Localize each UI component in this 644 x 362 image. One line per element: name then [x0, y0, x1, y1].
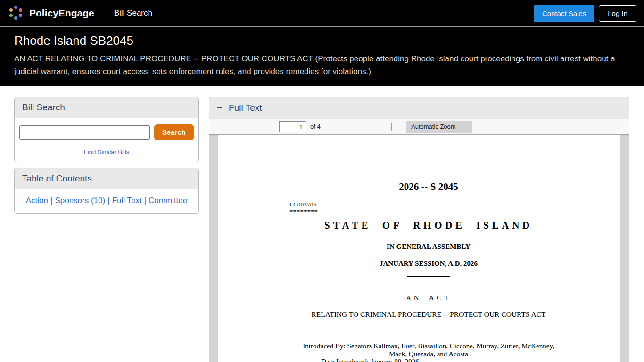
toolbar-separator	[267, 123, 267, 131]
bill-description: AN ACT RELATING TO CRIMINAL PROCEDURE --…	[14, 52, 630, 78]
toc-separator: |	[107, 196, 109, 205]
doc-lc-stamp: ======== LC003706 ========	[289, 195, 318, 214]
toc-separator: |	[50, 196, 52, 205]
doc-date-introduced: Date Introduced: January 09, 2026	[321, 358, 419, 362]
top-nav: PolicyEngage Bill Search Contact Sales L…	[0, 0, 644, 27]
page-number-input[interactable]	[279, 121, 306, 132]
full-text-panel: − Full Text of 4 Automatic Zoom 2026 -- …	[209, 97, 629, 362]
toc-link-committee[interactable]: Committee	[149, 196, 187, 205]
doc-introduced-by-names-2: Mack, Quezada, and Acosta	[389, 350, 468, 358]
table-of-contents-card: Table of Contents Action|Sponsors (10)|F…	[14, 168, 199, 214]
brand-title: PolicyEngage	[29, 8, 94, 19]
bill-hero: Rhode Island SB2045 AN ACT RELATING TO C…	[0, 27, 644, 86]
policyengage-logo-icon	[8, 5, 25, 22]
pdf-viewer-area: 2026 -- S 2045 ======== LC003706 =======…	[209, 135, 629, 362]
doc-session-heading: JANUARY SESSION, A.D. 2026	[237, 260, 620, 268]
bill-search-input[interactable]	[19, 125, 150, 140]
toolbar-separator	[391, 123, 392, 131]
toolbar-separator	[614, 123, 614, 131]
doc-introduced-by-names: Senators Kallman, Euer, Bissaillon, Cicc…	[347, 342, 554, 350]
search-button[interactable]: Search	[154, 124, 194, 140]
page-count-label: of 4	[310, 119, 321, 134]
toolbar-separator	[584, 123, 584, 131]
pdf-toolbar: of 4 Automatic Zoom	[209, 119, 629, 135]
toc-link-full-text[interactable]: Full Text	[112, 196, 142, 205]
nav-item-bill-search[interactable]: Bill Search	[114, 8, 152, 18]
bill-search-card-title: Bill Search	[15, 97, 198, 118]
doc-state-heading: STATE OF RHODE ISLAND	[237, 220, 620, 231]
doc-stamp-line: ========	[289, 208, 318, 214]
collapse-icon[interactable]: −	[217, 103, 222, 113]
pdf-document-page: 2026 -- S 2045 ======== LC003706 =======…	[218, 135, 620, 362]
doc-an-act-heading: AN ACT	[237, 294, 620, 302]
find-similar-bills-link[interactable]: Find Similar Bills	[84, 148, 129, 156]
full-text-panel-title: Full Text	[229, 103, 262, 113]
log-in-button[interactable]: Log In	[599, 5, 636, 22]
doc-divider-rule	[237, 276, 620, 277]
table-of-contents-title: Table of Contents	[15, 168, 198, 189]
doc-introduced-by: Introduced By: Senators Kallman, Euer, B…	[237, 342, 620, 358]
doc-bill-number: 2026 -- S 2045	[237, 181, 620, 193]
contact-sales-button[interactable]: Contact Sales	[534, 5, 594, 22]
bill-search-card: Bill Search Search Find Similar Bills	[14, 97, 199, 162]
toc-link-sponsors[interactable]: Sponsors (10)	[55, 196, 105, 205]
toc-link-action[interactable]: Action	[26, 196, 48, 205]
doc-act-title: RELATING TO CRIMINAL PROCEDURE -- PROTEC…	[237, 310, 620, 319]
sidebar: Bill Search Search Find Similar Bills Ta…	[14, 97, 199, 214]
doc-lc-number: LC003706	[289, 201, 318, 208]
zoom-level-select[interactable]: Automatic Zoom	[406, 121, 472, 133]
doc-assembly-heading: IN GENERAL ASSEMBLY	[237, 243, 620, 251]
toc-separator: |	[144, 196, 146, 205]
doc-stamp-line: ========	[289, 195, 318, 201]
pdf-left-gutter	[209, 135, 218, 362]
bill-title: Rhode Island SB2045	[14, 33, 630, 48]
doc-introduced-by-label: Introduced By:	[303, 342, 345, 350]
pdf-right-gutter	[620, 135, 629, 362]
content-area: Bill Search Search Find Similar Bills Ta…	[0, 86, 644, 97]
